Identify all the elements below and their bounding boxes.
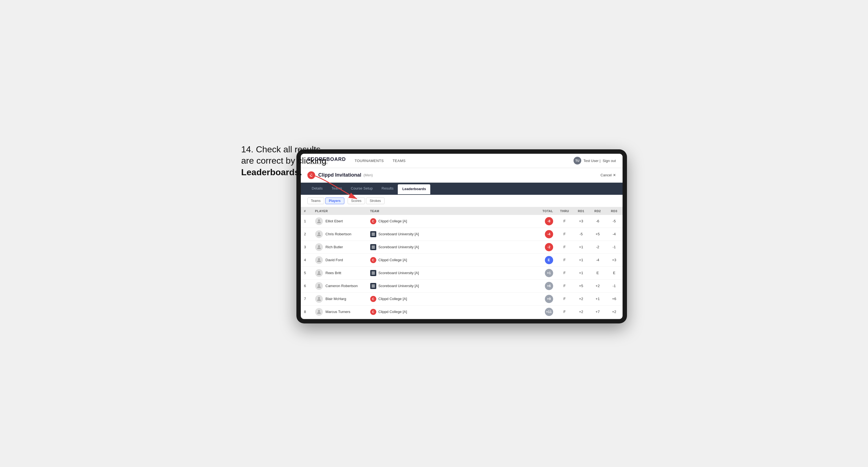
filter-strokes-button[interactable]: Strokes (366, 197, 384, 204)
svg-point-7 (318, 297, 320, 299)
sign-out-link[interactable]: Sign out (603, 159, 616, 163)
rank-cell: 8 (301, 305, 312, 318)
table-body: 1 Elliot Ebert C Clippd College [A] -8 F… (301, 215, 623, 318)
player-name: Marcus Turners (326, 310, 350, 314)
player-avatar (315, 269, 323, 277)
tablet-frame: SCOREBOARD Powered by clippd TOURNAMENTS… (297, 149, 627, 323)
team-cell: Scoreboard University [A] (367, 267, 534, 279)
rd2-cell: E (589, 267, 606, 279)
team-name: Clippd College [A] (378, 219, 407, 223)
rd1-cell: -5 (573, 227, 589, 241)
rd1-cell: +1 (573, 241, 589, 253)
user-name: Test User | (584, 159, 600, 163)
navbar: SCOREBOARD Powered by clippd TOURNAMENTS… (301, 154, 623, 168)
player-avatar (315, 243, 323, 251)
col-rd2: RD2 (589, 207, 606, 215)
total-cell: +9 (534, 292, 556, 305)
close-icon: ✕ (613, 173, 616, 177)
filter-teams-button[interactable]: Teams (307, 197, 324, 204)
player-avatar (315, 295, 323, 303)
filter-scores-button[interactable]: Scores (348, 197, 365, 204)
table-row: 6 Cameron Robertson Scoreboard Universit… (301, 279, 623, 292)
instruction-highlight: Leaderboards. (241, 167, 302, 177)
leaderboard-table: # PLAYER TEAM TOTAL THRU RD1 RD2 RD3 1 E… (301, 207, 623, 318)
col-player: PLAYER (312, 207, 367, 215)
player-cell: Marcus Turners (312, 305, 367, 318)
rd1-cell: +5 (573, 279, 589, 292)
instruction-text: 14. Check all results are correct by cli… (241, 144, 335, 178)
team-name: Clippd College [A] (378, 297, 407, 301)
rd3-cell: -4 (606, 227, 623, 241)
rd2-cell: +5 (589, 227, 606, 241)
svg-point-5 (318, 271, 320, 273)
team-cell: C Clippd College [A] (367, 292, 534, 305)
rd2-cell: +2 (589, 279, 606, 292)
filter-players-button[interactable]: Players (325, 197, 344, 204)
total-cell: -4 (534, 227, 556, 241)
tab-details[interactable]: Details (307, 183, 327, 195)
table-row: 3 Rich Butler Scoreboard University [A] … (301, 241, 623, 253)
rd3-cell: -1 (606, 241, 623, 253)
tab-course-setup[interactable]: Course Setup (346, 183, 377, 195)
player-cell: Rich Butler (312, 241, 367, 253)
table-row: 1 Elliot Ebert C Clippd College [A] -8 F… (301, 215, 623, 228)
team-logo-c: C (370, 218, 376, 224)
cancel-button[interactable]: Cancel ✕ (600, 173, 616, 177)
svg-point-4 (318, 258, 320, 260)
svg-point-1 (318, 219, 320, 221)
team-name: Clippd College [A] (378, 258, 407, 262)
total-cell: +6 (534, 279, 556, 292)
team-logo-sb (370, 283, 376, 289)
col-rd1: RD1 (573, 207, 589, 215)
svg-point-3 (318, 245, 320, 247)
thru-cell: F (556, 279, 573, 292)
user-avatar: TU (574, 157, 581, 164)
rd3-cell: -5 (606, 215, 623, 228)
col-total: TOTAL (534, 207, 556, 215)
person-icon (316, 218, 322, 224)
player-cell: David Ford (312, 253, 367, 267)
team-logo-lines (372, 246, 375, 249)
score-badge: -2 (545, 243, 553, 251)
player-name: Cameron Robertson (326, 284, 358, 288)
tab-leaderboards[interactable]: Leaderboards (398, 184, 430, 194)
player-avatar (315, 217, 323, 225)
person-icon (316, 257, 322, 263)
tab-bar: Details Teams Course Setup Results Leade… (301, 183, 623, 195)
nav-teams[interactable]: TEAMS (393, 158, 405, 164)
rank-cell: 4 (301, 253, 312, 267)
rd3-cell: -1 (606, 279, 623, 292)
nav-tournaments[interactable]: TOURNAMENTS (355, 158, 384, 164)
rd2-cell: -6 (589, 215, 606, 228)
rank-cell: 5 (301, 267, 312, 279)
table-row: 2 Chris Robertson Scoreboard University … (301, 227, 623, 241)
nav-links: TOURNAMENTS TEAMS (355, 158, 574, 164)
rd2-cell: -2 (589, 241, 606, 253)
nav-right: TU Test User | Sign out (574, 157, 616, 164)
table-row: 5 Rees Britt Scoreboard University [A] +… (301, 267, 623, 279)
col-rank: # (301, 207, 312, 215)
tournament-type: (Men) (364, 173, 373, 177)
team-name: Scoreboard University [A] (378, 232, 419, 236)
table-row: 7 Blair McHarg C Clippd College [A] +9 F… (301, 292, 623, 305)
player-cell: Chris Robertson (312, 227, 367, 241)
thru-cell: F (556, 267, 573, 279)
team-logo-lines (372, 233, 375, 236)
team-name: Scoreboard University [A] (378, 245, 419, 249)
rank-cell: 6 (301, 279, 312, 292)
tab-teams[interactable]: Teams (327, 183, 346, 195)
thru-cell: F (556, 253, 573, 267)
thru-cell: F (556, 227, 573, 241)
instruction-body: Check all results are correct by clickin… (241, 144, 327, 166)
score-badge: -8 (545, 217, 553, 225)
player-avatar (315, 308, 323, 316)
team-logo-c: C (370, 257, 376, 263)
team-logo-sb (370, 231, 376, 237)
team-logo-c: C (370, 296, 376, 302)
tab-results[interactable]: Results (377, 183, 398, 195)
team-cell: C Clippd College [A] (367, 253, 534, 267)
player-cell: Blair McHarg (312, 292, 367, 305)
total-cell: +11 (534, 305, 556, 318)
rank-cell: 3 (301, 241, 312, 253)
player-name: Blair McHarg (326, 297, 346, 301)
